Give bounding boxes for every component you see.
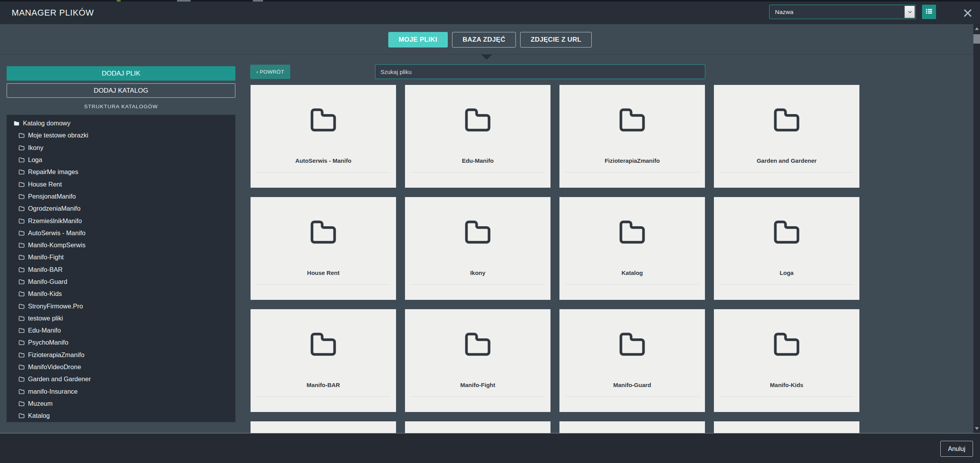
folder-card[interactable]: AutoSerwis - Manifo bbox=[251, 85, 396, 188]
folder-card-label: House Rent bbox=[251, 269, 396, 276]
folder-outline-icon bbox=[18, 400, 25, 407]
list-view-button[interactable] bbox=[922, 5, 936, 19]
card-divider bbox=[411, 172, 545, 173]
tree-item-root[interactable]: Katalog domowy bbox=[7, 117, 235, 129]
tree-item[interactable]: ManifoVideoDrone bbox=[7, 361, 235, 373]
folder-outline-icon bbox=[18, 315, 25, 322]
tree-item-label: RepairMe images bbox=[28, 168, 78, 176]
card-divider bbox=[256, 284, 390, 285]
tree-item-label: Katalog domowy bbox=[23, 120, 70, 127]
tree-item-label: Manifo-KompSerwis bbox=[28, 241, 86, 249]
folder-grid: AutoSerwis - Manifo Edu-Manifo Fiziotera… bbox=[251, 85, 859, 433]
tab[interactable]: ZDJĘCIE Z URL bbox=[520, 32, 592, 48]
folder-card[interactable]: House Rent bbox=[251, 197, 396, 300]
search-input[interactable] bbox=[375, 64, 705, 79]
card-divider bbox=[565, 284, 699, 285]
chevron-down-icon bbox=[905, 6, 915, 18]
folder-card-label: AutoSerwis - Manifo bbox=[251, 157, 396, 164]
folder-outline-icon bbox=[18, 376, 25, 382]
tree-item[interactable]: testowe pliki bbox=[7, 312, 235, 324]
catalog-tree: Katalog domowy Moje testowe obrazki Ikon… bbox=[7, 115, 235, 422]
folder-card-label: Manifo-Kids bbox=[714, 382, 859, 388]
tree-item[interactable]: RzemieślnikManifo bbox=[7, 215, 235, 227]
folder-card-label: Ikony bbox=[405, 269, 550, 276]
tree-item[interactable]: Garden and Gardener bbox=[7, 373, 235, 385]
folder-card-partial[interactable] bbox=[714, 421, 859, 433]
tree-item[interactable]: Katalog bbox=[7, 410, 235, 422]
add-catalog-button[interactable]: DODAJ KATALOG bbox=[7, 83, 235, 98]
tree-item[interactable]: Manifo-BAR bbox=[7, 264, 235, 276]
tab[interactable]: MOJE PLIKI bbox=[388, 32, 448, 48]
tree-item[interactable]: Loga bbox=[7, 154, 235, 166]
close-button[interactable] bbox=[962, 8, 973, 19]
card-divider bbox=[256, 396, 390, 397]
tree-item[interactable]: StronyFirmowe.Pro bbox=[7, 300, 235, 312]
folder-filled-icon bbox=[13, 120, 20, 127]
footer-bar: Anuluj bbox=[0, 433, 980, 463]
tree-item[interactable]: Edu-Manifo bbox=[7, 324, 235, 336]
card-divider bbox=[411, 396, 545, 397]
folder-card[interactable]: Edu-Manifo bbox=[405, 85, 550, 188]
tree-item[interactable]: Manifo-Guard bbox=[7, 276, 235, 288]
tree-item-label: Katalog bbox=[28, 412, 50, 419]
back-button[interactable]: ‹ POWRÓT bbox=[250, 65, 290, 79]
tree-item[interactable]: Manifo-KompSerwis bbox=[7, 239, 235, 251]
folder-outline-icon bbox=[18, 242, 25, 248]
folder-card[interactable]: Manifo-BAR bbox=[251, 309, 396, 412]
folder-card[interactable]: Manifo-Guard bbox=[559, 309, 705, 412]
tree-item[interactable]: Ikony bbox=[7, 142, 235, 154]
tree-item-label: Muzeum bbox=[28, 400, 53, 407]
folder-outline-icon bbox=[464, 220, 491, 245]
cancel-button[interactable]: Anuluj bbox=[940, 441, 973, 457]
tree-item[interactable]: Manifo-Kids bbox=[7, 288, 235, 300]
folder-card[interactable]: Katalog bbox=[559, 197, 705, 300]
tree-item[interactable]: FizioterapiaZmanifo bbox=[7, 349, 235, 361]
card-divider bbox=[720, 172, 854, 173]
tree-item-label: ManifoVideoDrone bbox=[28, 363, 81, 371]
folder-outline-icon bbox=[18, 303, 25, 310]
tree-item[interactable]: RepairMe images bbox=[7, 166, 235, 178]
tree-item[interactable]: manifo-Insurance bbox=[7, 386, 235, 398]
folder-card[interactable]: Ikony bbox=[405, 197, 550, 300]
folder-outline-icon bbox=[310, 220, 337, 245]
folder-outline-icon bbox=[619, 108, 646, 133]
window-title: MANAGER PLIKÓW bbox=[12, 2, 94, 24]
tree-item[interactable]: PensjonatManifo bbox=[7, 190, 235, 202]
tree-item[interactable]: Moje testowe obrazki bbox=[7, 129, 235, 141]
folder-card[interactable]: Garden and Gardener bbox=[714, 85, 859, 188]
folder-outline-icon bbox=[619, 333, 646, 357]
sort-dropdown[interactable]: Nazwa bbox=[769, 5, 916, 19]
folder-card-label: Katalog bbox=[559, 269, 705, 276]
tree-item[interactable]: OgrodzeniaManifo bbox=[7, 202, 235, 215]
tab[interactable]: BAZA ZDJĘĆ bbox=[452, 32, 516, 48]
vertical-scrollbar[interactable] bbox=[973, 24, 980, 433]
folder-card-label: Manifo-Fight bbox=[405, 382, 550, 388]
tree-item-label: manifo-Insurance bbox=[28, 388, 77, 395]
tree-item[interactable]: House Rent bbox=[7, 178, 235, 190]
card-divider bbox=[565, 172, 699, 173]
folder-card-partial[interactable] bbox=[559, 421, 705, 433]
folder-outline-icon bbox=[18, 193, 25, 200]
tree-item-label: FizioterapiaZmanifo bbox=[28, 351, 84, 359]
scroll-up-arrow-icon[interactable] bbox=[975, 27, 979, 30]
view-toggle bbox=[922, 5, 936, 19]
scroll-down-arrow-icon[interactable] bbox=[975, 427, 979, 430]
folder-card[interactable]: Manifo-Fight bbox=[405, 309, 550, 412]
scrollbar-thumb[interactable] bbox=[973, 34, 980, 44]
tree-item-label: Manifo-Guard bbox=[28, 278, 67, 285]
tree-item[interactable]: Manifo-Fight bbox=[7, 251, 235, 263]
folder-outline-icon bbox=[18, 266, 25, 273]
folder-outline-icon bbox=[18, 339, 25, 346]
folder-card[interactable]: Loga bbox=[714, 197, 859, 300]
folder-card-label: FizioterapiaZmanifo bbox=[559, 157, 705, 164]
folder-card[interactable]: FizioterapiaZmanifo bbox=[559, 85, 705, 188]
tree-item[interactable]: Muzeum bbox=[7, 398, 235, 410]
tree-item[interactable]: AutoSerwis - Manifo bbox=[7, 227, 235, 239]
add-file-button[interactable]: DODAJ PLIK bbox=[7, 66, 235, 81]
folder-card[interactable]: Manifo-Kids bbox=[714, 309, 859, 412]
tree-item-label: AutoSerwis - Manifo bbox=[28, 229, 86, 237]
folder-card-partial[interactable] bbox=[405, 421, 550, 433]
tree-item-label: Moje testowe obrazki bbox=[28, 132, 88, 139]
tree-item[interactable]: PsychoManifo bbox=[7, 336, 235, 349]
folder-card-partial[interactable] bbox=[251, 421, 396, 433]
